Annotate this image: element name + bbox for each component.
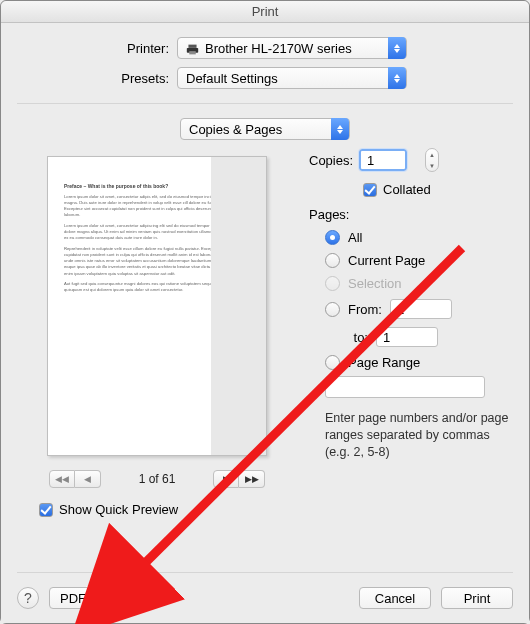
pages-all-radio[interactable] [325,230,340,245]
collated-label: Collated [383,182,431,197]
page-preview: Preface – What is the purpose of this bo… [47,156,267,456]
pages-current-radio[interactable] [325,253,340,268]
presets-label: Presets: [17,71,177,86]
pages-current-label: Current Page [348,253,425,268]
dialog-footer: ? PDF Cancel Print [17,572,513,609]
printer-icon [186,43,199,56]
dialog-content: Printer: Brother HL-2170W series Presets… [1,23,529,623]
pager-next-button[interactable]: ▶ [213,470,239,488]
pager-last-button[interactable]: ▶▶ [239,470,265,488]
pages-from-radio[interactable] [325,302,340,317]
pager-back-group: ◀◀ ◀ [49,470,101,488]
print-button[interactable]: Print [441,587,513,609]
preview-column: Preface – What is the purpose of this bo… [17,148,297,560]
dropdown-arrows-icon [388,37,406,59]
dropdown-arrows-icon [388,67,406,89]
dropdown-arrows-icon [331,118,349,140]
dropdown-arrow-icon [86,591,104,606]
pager-prev-button[interactable]: ◀ [75,470,101,488]
printer-value: Brother HL-2170W series [205,41,352,56]
svg-rect-0 [188,44,196,47]
show-preview-checkbox[interactable] [39,503,53,517]
pages-from-label: From: [348,302,382,317]
help-button[interactable]: ? [17,587,39,609]
printer-label: Printer: [17,41,177,56]
help-icon: ? [24,590,32,606]
presets-value: Default Settings [186,71,278,86]
pager-forward-group: ▶ ▶▶ [213,470,265,488]
pages-range-input[interactable] [325,376,485,398]
section-dropdown[interactable]: Copies & Pages [180,118,350,140]
separator [17,103,513,104]
pdf-dropdown[interactable]: PDF [49,587,117,609]
print-dialog: Print Printer: Brother HL-2170W series P… [0,0,530,624]
pages-range-label: Page Range [348,355,420,370]
copies-input[interactable] [359,149,407,171]
pages-selection-label: Selection [348,276,401,291]
copies-label: Copies: [309,153,353,168]
pages-selection-radio [325,276,340,291]
show-preview-label: Show Quick Preview [59,502,178,517]
pages-from-input[interactable] [390,299,452,319]
svg-rect-2 [189,51,196,54]
printer-dropdown[interactable]: Brother HL-2170W series [177,37,407,59]
collated-checkbox[interactable] [363,183,377,197]
pager-first-button[interactable]: ◀◀ [49,470,75,488]
pages-help-text: Enter page numbers and/or page ranges se… [325,410,513,461]
presets-dropdown[interactable]: Default Settings [177,67,407,89]
pages-all-label: All [348,230,362,245]
pager-label: 1 of 61 [121,472,193,486]
pages-to-input[interactable] [376,327,438,347]
section-value: Copies & Pages [189,122,282,137]
options-column: Copies: ▲▼ Collated Pages: All Current P [297,148,513,560]
cancel-button[interactable]: Cancel [359,587,431,609]
pdf-label: PDF [60,591,86,606]
window-title: Print [1,1,529,23]
pages-label: Pages: [309,207,513,222]
copies-stepper[interactable]: ▲▼ [425,148,439,172]
pages-range-radio[interactable] [325,355,340,370]
pages-to-label: to: [348,330,368,345]
